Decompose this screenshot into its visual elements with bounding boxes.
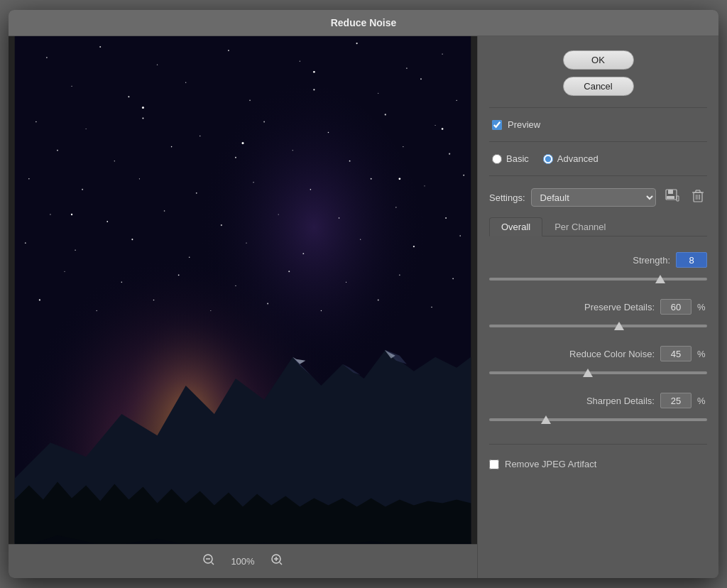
preview-footer: 100% (9, 544, 477, 578)
color-noise-header: Reduce Color Noise: % (489, 346, 707, 361)
preserve-details-group: Preserve Details: % (489, 299, 707, 333)
divider-1 (489, 107, 707, 108)
svg-point-49 (278, 214, 279, 214)
color-noise-slider[interactable] (489, 371, 707, 374)
svg-point-75 (321, 310, 322, 311)
sharpen-details-group: Sharpen Details: % (489, 393, 707, 427)
strength-header: Strength: (489, 252, 707, 268)
divider-4 (489, 444, 707, 445)
advanced-label: Advanced (557, 153, 598, 164)
svg-point-67 (346, 282, 346, 283)
svg-point-43 (424, 185, 425, 186)
zoom-level: 100% (231, 556, 254, 567)
zoom-out-button[interactable] (198, 552, 219, 571)
tab-per-channel[interactable]: Per Channel (542, 217, 618, 236)
tabs-row: Overall Per Channel (489, 217, 707, 236)
preserve-details-header: Preserve Details: % (489, 299, 707, 315)
svg-point-31 (235, 157, 236, 158)
basic-radio[interactable] (492, 154, 502, 164)
svg-point-45 (50, 214, 50, 214)
zoom-in-button[interactable] (266, 552, 288, 571)
dialog-title: Reduce Noise (331, 17, 397, 28)
svg-point-29 (114, 160, 115, 161)
artifact-row: Remove JPEG Artifact (489, 456, 707, 472)
cancel-button[interactable]: Cancel (563, 77, 634, 96)
svg-point-64 (178, 274, 180, 276)
svg-point-79 (313, 71, 315, 73)
reduce-noise-dialog: Reduce Noise (9, 10, 718, 578)
svg-point-54 (75, 249, 75, 250)
strength-group: Strength: (489, 252, 707, 286)
svg-point-80 (398, 178, 400, 180)
preview-panel: 100% (9, 36, 477, 578)
action-buttons: OK Cancel (489, 50, 707, 96)
sharpen-details-input[interactable] (660, 393, 692, 408)
svg-point-69 (452, 278, 454, 279)
artifact-checkbox[interactable] (489, 459, 499, 469)
svg-point-4 (46, 57, 48, 58)
preserve-details-slider[interactable] (489, 325, 707, 327)
svg-point-62 (64, 271, 65, 272)
svg-point-42 (371, 178, 372, 180)
svg-point-36 (28, 178, 30, 180)
svg-point-28 (57, 150, 58, 151)
color-noise-group: Reduce Color Noise: % (489, 346, 707, 380)
color-noise-label: Reduce Color Noise: (489, 349, 655, 359)
preview-checkbox[interactable] (492, 120, 502, 130)
svg-point-76 (378, 299, 379, 300)
svg-point-32 (293, 150, 293, 151)
advanced-radio-option[interactable]: Advanced (543, 153, 598, 164)
svg-point-34 (403, 146, 403, 147)
svg-point-19 (456, 100, 457, 101)
strength-slider-container (489, 272, 707, 286)
sharpen-details-label: Sharpen Details: (489, 396, 655, 406)
svg-point-48 (221, 224, 222, 226)
preview-image (9, 36, 477, 578)
svg-point-38 (139, 178, 140, 179)
svg-point-57 (246, 243, 246, 244)
strength-slider[interactable] (489, 278, 707, 281)
svg-point-16 (313, 89, 315, 90)
tab-overall[interactable]: Overall (489, 217, 542, 236)
settings-select[interactable]: Default Custom (531, 188, 656, 207)
save-settings-button[interactable] (662, 187, 683, 207)
svg-point-9 (356, 43, 358, 44)
delete-settings-button[interactable] (689, 187, 707, 207)
svg-point-47 (164, 210, 165, 212)
svg-point-23 (199, 136, 200, 136)
svg-point-30 (171, 146, 173, 148)
svg-point-41 (310, 189, 312, 190)
svg-point-59 (360, 239, 361, 239)
preserve-details-pct: % (697, 302, 707, 312)
color-noise-input[interactable] (660, 346, 692, 361)
svg-point-24 (263, 121, 265, 123)
svg-point-40 (253, 182, 253, 183)
svg-point-56 (189, 256, 190, 258)
strength-input[interactable] (676, 252, 707, 268)
preserve-details-slider-container (489, 319, 707, 333)
svg-point-22 (142, 117, 143, 119)
svg-point-37 (82, 189, 83, 190)
svg-point-72 (153, 300, 155, 301)
svg-point-53 (25, 242, 26, 244)
sliders-area: Strength: Preserve Details: % (489, 246, 707, 432)
svg-point-61 (459, 235, 461, 236)
svg-point-10 (406, 67, 408, 69)
ok-button[interactable]: OK (563, 50, 634, 70)
sharpen-details-slider[interactable] (489, 418, 707, 421)
artifact-label[interactable]: Remove JPEG Artifact (505, 459, 596, 469)
settings-label: Settings: (489, 192, 525, 203)
svg-line-86 (212, 562, 214, 565)
preview-label[interactable]: Preview (508, 119, 540, 130)
svg-point-50 (339, 217, 340, 219)
strength-label: Strength: (489, 255, 670, 266)
advanced-radio[interactable] (543, 154, 553, 164)
svg-point-65 (235, 285, 236, 286)
svg-point-11 (442, 53, 442, 54)
svg-rect-93 (667, 196, 674, 199)
svg-point-12 (71, 86, 72, 87)
basic-radio-option[interactable]: Basic (492, 153, 529, 164)
preserve-details-input[interactable] (660, 299, 692, 315)
svg-point-60 (413, 246, 415, 247)
svg-point-66 (288, 271, 290, 272)
